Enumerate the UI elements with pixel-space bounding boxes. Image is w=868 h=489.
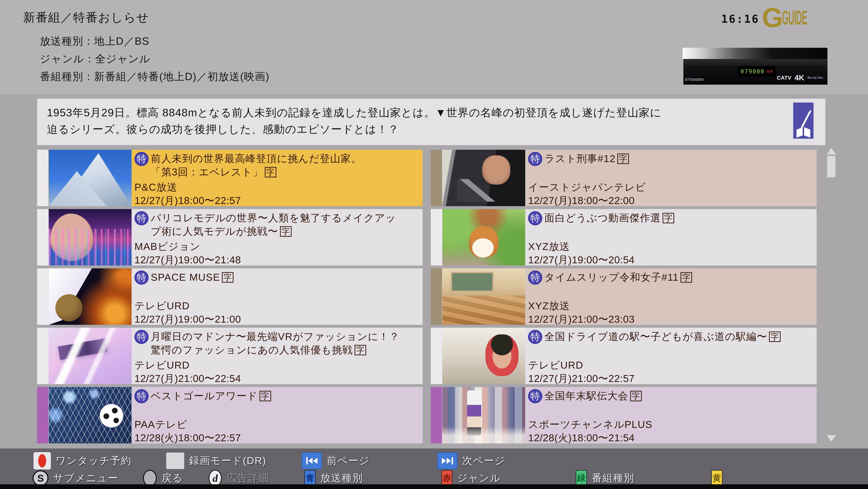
program-description-text: 1953年5月29日。標高 8848mとなる前人未到の記録を達成した登山家とは。… xyxy=(47,104,789,138)
caption-badge: 字 xyxy=(662,213,674,223)
filter-program-type: 番組種別：新番組／特番(地上D)／初放送(映画) xyxy=(40,68,270,85)
program-title: パリコレモデルの世界〜人類を魅了するメイクアップ術に人気モデルが挑戦〜字 xyxy=(151,211,396,238)
program-row[interactable]: 特全国年末駅伝大会字スポーツチャンネルPLUS12/28(火)18:00〜21:… xyxy=(431,387,816,444)
header: 新番組／特番おしらせ 放送種別：地上D／BS ジャンル：全ジャンル 番組種別：新… xyxy=(0,0,868,94)
program-thumbnail-everest xyxy=(49,150,131,206)
program-row[interactable]: 特全国ドライブ道の駅〜子どもが喜ぶ道の駅編〜字テレビURD12/27(月)21:… xyxy=(431,328,816,384)
program-row[interactable]: 特面白どうぶつ動画傑作選字XYZ放送12/27(月)19:00〜20:54 xyxy=(431,209,816,265)
date-strip xyxy=(431,209,442,265)
recorder-display-digits: 079000 xyxy=(740,68,765,75)
caption-badge: 字 xyxy=(769,331,781,342)
broadcast-time: 12/27(月)19:00〜21:48 xyxy=(134,253,241,267)
record-button-icon xyxy=(33,452,51,469)
scroll-up-icon[interactable] xyxy=(827,148,836,155)
footer-item-ワンタッチ予約[interactable]: ワンタッチ予約 xyxy=(33,452,131,470)
footer-item-前ページ[interactable]: 前ページ xyxy=(302,452,370,470)
next-page-icon xyxy=(437,452,458,469)
program-info: 特SPACE MUSE字 xyxy=(134,270,420,285)
broadcast-time: 12/27(月)21:00〜22:54 xyxy=(134,372,241,386)
program-title-line: 面白どうぶつ動画傑作選 xyxy=(545,212,661,224)
program-row[interactable]: 特ラスト刑事#12字イーストジャパンテレビ12/27(月)18:00〜22:00 xyxy=(431,150,816,206)
channel-name: P&C放送 xyxy=(134,181,177,194)
date-strip xyxy=(431,387,442,444)
special-badge: 特 xyxy=(134,330,149,344)
channel-name: XYZ放送 xyxy=(528,299,570,313)
program-thumbnail-space xyxy=(49,268,131,325)
channel-name: XYZ放送 xyxy=(528,240,570,254)
caption-badge: 字 xyxy=(354,345,366,355)
program-thumbnail-gun xyxy=(442,150,525,206)
program-row[interactable]: 特SPACE MUSE字テレビURD12/27(月)19:00〜21:00 xyxy=(37,268,423,325)
caption-badge: 字 xyxy=(222,272,234,283)
program-row[interactable]: 特タイムスリップ令和女子#11字XYZ放送12/27(月)21:00〜23:03 xyxy=(431,268,816,325)
date-strip xyxy=(431,268,442,325)
footer-label: 次ページ xyxy=(462,454,505,468)
program-title-line: プ術に人気モデルが挑戦〜 xyxy=(151,226,278,237)
special-badge: 特 xyxy=(134,270,149,285)
caption-badge: 字 xyxy=(259,391,271,401)
program-thumbnail-classroom xyxy=(442,268,525,325)
broadcast-time: 12/27(月)21:00〜22:57 xyxy=(528,372,635,386)
title-row: 特SPACE MUSE字 xyxy=(134,270,420,285)
recorder-front-panel: 079000 録画 BT9000BW CATV 4K Blu-ray Disc xyxy=(683,59,828,85)
date-strip xyxy=(37,387,48,444)
program-thumbnail-ekiden xyxy=(442,387,525,444)
program-row-selected[interactable]: 特前人未到の世界最高峰登頂に挑んだ登山家。「第3回：エベレスト」字P&C放送12… xyxy=(37,150,423,206)
d-data-icon: d xyxy=(209,470,222,486)
program-title: 前人未到の世界最高峰登頂に挑んだ登山家。「第3回：エベレスト」字 xyxy=(151,152,362,179)
footer-label: サブメニュー xyxy=(53,471,119,485)
channel-name: テレビURD xyxy=(134,358,190,372)
program-title-line: 月曜日のマドンナ〜最先端VRがファッションに！？ xyxy=(151,331,400,342)
gguide-logo-text: GUIDE xyxy=(782,6,807,29)
gguide-screen: 新番組／特番おしらせ 放送種別：地上D／BS ジャンル：全ジャンル 番組種別：新… xyxy=(0,0,868,489)
caption-badge: 字 xyxy=(630,391,642,401)
clock: 16:16 xyxy=(721,13,760,25)
footer-label: 前ページ xyxy=(327,454,370,468)
description-line-2: 迫るシリーズ。彼らの成功を後押しした、感動のエピソードとは！？ xyxy=(47,123,399,135)
broadcast-time: 12/28(火)18:00〜22:57 xyxy=(134,431,241,445)
program-row[interactable]: 特ベストゴールアワード字PAAテレビ12/28(火)18:00〜22:57 xyxy=(37,387,423,444)
program-row[interactable]: 特パリコレモデルの世界〜人類を魅了するメイクアップ術に人気モデルが挑戦〜字MAB… xyxy=(37,209,423,265)
scroll-down-icon[interactable] xyxy=(827,435,836,442)
footer-item-次ページ[interactable]: 次ページ xyxy=(437,452,505,470)
footer-key-legend: ワンタッチ予約録画モード(DR)前ページ次ページSサブメニュー戻るd広告詳細青放… xyxy=(0,449,868,484)
recorder-model-label: BT9000BW xyxy=(685,77,704,82)
scrollbar-thumb[interactable] xyxy=(827,156,835,177)
program-title-line: SPACE MUSE xyxy=(151,271,220,283)
record-mode-key-icon xyxy=(166,453,184,469)
broadcast-time: 12/28(火)18:00〜21:54 xyxy=(528,431,635,445)
bottom-black-strip xyxy=(0,484,868,489)
program-title-line: 前人未到の世界最高峰登頂に挑んだ登山家。 xyxy=(151,153,362,164)
caption-badge: 字 xyxy=(681,272,692,283)
program-title: 全国ドライブ道の駅〜子どもが喜ぶ道の駅編〜字 xyxy=(545,330,781,343)
channel-name: テレビURD xyxy=(134,299,190,313)
program-title-line: 全国ドライブ道の駅〜子どもが喜ぶ道の駅編〜 xyxy=(545,331,767,342)
title-row: 特全国ドライブ道の駅〜子どもが喜ぶ道の駅編〜字 xyxy=(528,330,814,344)
recorder-4k-label: 4K xyxy=(795,73,804,82)
program-info: 特面白どうぶつ動画傑作選字 xyxy=(528,211,814,225)
gguide-logo-icon: G GUIDE xyxy=(762,7,817,29)
prev-page-icon xyxy=(302,452,322,469)
program-info: 特パリコレモデルの世界〜人類を魅了するメイクアップ術に人気モデルが挑戦〜字 xyxy=(134,211,420,238)
special-badge: 特 xyxy=(528,211,542,225)
recorder-logos: CATV 4K Blu-ray Disc xyxy=(777,73,823,82)
date-strip xyxy=(37,209,48,265)
program-title: タイムスリップ令和女子#11字 xyxy=(545,270,692,284)
recorder-photo: 079000 録画 BT9000BW CATV 4K Blu-ray Disc xyxy=(683,48,828,85)
recorder-rec-lamp: 録画 xyxy=(767,69,773,74)
special-badge: 特 xyxy=(134,152,149,166)
title-row: 特ラスト刑事#12字 xyxy=(528,152,814,166)
date-strip xyxy=(37,150,48,206)
channel-name: MABビジョン xyxy=(134,240,200,254)
caption-badge: 字 xyxy=(280,226,291,237)
filter-broadcast-type: 放送種別：地上D／BS xyxy=(40,32,270,50)
program-row[interactable]: 特月曜日のマドンナ〜最先端VRがファッションに！？驚愕のファッションにあの人気俳… xyxy=(37,328,423,384)
program-title-line: 「第3回：エベレスト」 xyxy=(151,166,263,177)
title-row: 特タイムスリップ令和女子#11字 xyxy=(528,270,814,285)
program-description-box: 1953年5月29日。標高 8848mとなる前人未到の記録を達成した登山家とは。… xyxy=(37,99,826,145)
red-key-icon: 赤 xyxy=(441,470,453,486)
program-info: 特全国ドライブ道の駅〜子どもが喜ぶ道の駅編〜字 xyxy=(528,330,814,344)
footer-item-録画モード(DR)[interactable]: 録画モード(DR) xyxy=(166,452,267,470)
title-row: 特面白どうぶつ動画傑作選字 xyxy=(528,211,814,225)
program-thumbnail-car xyxy=(442,328,525,384)
